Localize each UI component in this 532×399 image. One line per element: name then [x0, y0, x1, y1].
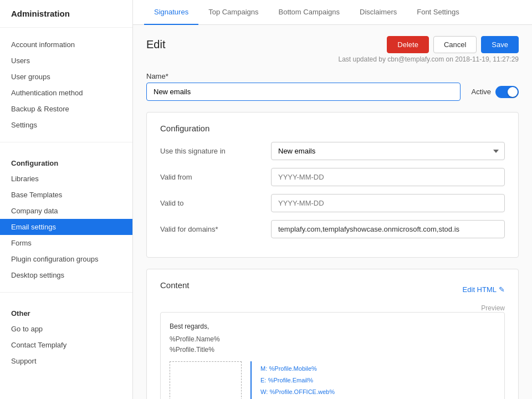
sig-web-row: W: %Profile.OFFICE.web%: [260, 387, 335, 397]
other-section-title: Other: [0, 306, 132, 321]
sig-mobile-value: %Profile.Mobile%: [269, 365, 317, 372]
sig-layout: M: %Profile.Mobile% E: %Profile.Email% W…: [170, 361, 495, 399]
last-updated-text: Last updated by cbn@templafy.com on 2018…: [146, 55, 519, 63]
pencil-icon: ✎: [499, 285, 505, 294]
sidebar-item-user-groups[interactable]: User groups: [0, 69, 132, 85]
sig-email-label: E:: [260, 377, 266, 383]
content-card-header: Content Edit HTML ✎: [160, 280, 505, 299]
valid-to-row: Valid to: [160, 194, 505, 212]
edit-actions: Delete Cancel Save: [387, 36, 519, 53]
sig-contact: M: %Profile.Mobile% E: %Profile.Email% W…: [260, 361, 335, 399]
active-toggle[interactable]: [495, 86, 519, 98]
sidebar-item-libraries[interactable]: Libraries: [0, 171, 132, 187]
preview-label: Preview: [160, 304, 505, 312]
valid-domains-label: Valid for domains*: [160, 225, 271, 233]
tab-disclaimers[interactable]: Disclaimers: [350, 0, 407, 25]
sidebar-header: Administration: [0, 0, 132, 28]
save-button[interactable]: Save: [481, 36, 519, 53]
valid-domains-row: Valid for domains*: [160, 220, 505, 238]
sidebar-item-authentication-method[interactable]: Authentication method: [0, 85, 132, 101]
sidebar-item-settings[interactable]: Settings: [0, 117, 132, 133]
sidebar-item-desktop-settings[interactable]: Desktop settings: [0, 267, 132, 283]
use-signature-value: New emails: [271, 142, 505, 160]
valid-from-label: Valid from: [160, 173, 271, 181]
admin-section: Account information Users User groups Au…: [0, 28, 132, 137]
sidebar-item-users[interactable]: Users: [0, 53, 132, 69]
name-input[interactable]: [146, 83, 461, 101]
delete-button[interactable]: Delete: [387, 36, 429, 53]
sidebar-item-company-data[interactable]: Company data: [0, 203, 132, 219]
use-signature-row: Use this signature in New emails: [160, 142, 505, 160]
sig-email-value: %Profile.Email%: [268, 377, 313, 383]
sig-email-row: E: %Profile.Email%: [260, 375, 335, 386]
sidebar-item-account-information[interactable]: Account information: [0, 37, 132, 53]
edit-html-button[interactable]: Edit HTML ✎: [463, 285, 505, 294]
sidebar-item-base-templates[interactable]: Base Templates: [0, 187, 132, 203]
tab-signatures[interactable]: Signatures: [144, 0, 198, 25]
content-area: Edit Delete Cancel Save Last updated by …: [133, 25, 532, 399]
config-section: Configuration Libraries Base Templates C…: [0, 147, 132, 288]
tab-top-campaigns[interactable]: Top Campaigns: [198, 0, 268, 25]
sig-web-value: %Profile.OFFICE.web%: [270, 388, 335, 395]
use-signature-select[interactable]: New emails: [271, 142, 505, 160]
valid-domains-value: [271, 220, 505, 238]
valid-from-value: [271, 168, 505, 186]
sig-divider: [250, 361, 252, 399]
edit-header: Edit Delete Cancel Save: [146, 36, 519, 53]
name-field-label: Name*: [146, 72, 519, 80]
sig-web-label: W:: [260, 388, 268, 395]
valid-to-label: Valid to: [160, 199, 271, 207]
sig-mobile-label: M:: [260, 365, 267, 372]
active-label: Active: [472, 88, 491, 96]
valid-to-value: [271, 194, 505, 212]
edit-html-label: Edit HTML: [463, 285, 497, 294]
sig-logo-placeholder: [170, 361, 242, 399]
name-input-wrapper: [146, 83, 461, 101]
use-signature-label: Use this signature in: [160, 147, 271, 155]
other-section: Other Go to app Contact Templafy Support: [0, 297, 132, 374]
sig-title: %Profile.Title%: [170, 345, 495, 355]
page-title: Edit: [146, 38, 165, 51]
name-field-row: Name* Active: [146, 72, 519, 101]
tab-bottom-campaigns[interactable]: Bottom Campaigns: [268, 0, 350, 25]
main-area: Signatures Top Campaigns Bottom Campaign…: [133, 0, 532, 399]
sidebar-item-backup-restore[interactable]: Backup & Restore: [0, 101, 132, 117]
sig-name: %Profile.Name%: [170, 334, 495, 345]
valid-from-input[interactable]: [271, 168, 505, 186]
sidebar: Administration Account information Users…: [0, 0, 133, 399]
tabs-bar: Signatures Top Campaigns Bottom Campaign…: [133, 0, 532, 25]
tab-font-settings[interactable]: Font Settings: [407, 0, 469, 25]
name-input-row: Active: [146, 83, 519, 101]
content-title: Content: [160, 280, 190, 290]
valid-from-row: Valid from: [160, 168, 505, 186]
sidebar-item-email-settings[interactable]: Email settings: [0, 219, 132, 235]
sig-greeting: Best regards,: [170, 321, 495, 332]
valid-domains-input[interactable]: [271, 220, 505, 238]
sidebar-item-plugin-config-groups[interactable]: Plugin configuration groups: [0, 251, 132, 267]
configuration-card: Configuration Use this signature in New …: [146, 112, 519, 258]
sidebar-item-contact-templafy[interactable]: Contact Templafy: [0, 337, 132, 353]
signature-preview: Best regards, %Profile.Name% %Profile.Ti…: [160, 312, 505, 399]
active-toggle-wrap: Active: [472, 86, 519, 98]
content-card: Content Edit HTML ✎ Preview Best regards…: [146, 269, 519, 399]
cancel-button[interactable]: Cancel: [433, 36, 477, 53]
valid-to-input[interactable]: [271, 194, 505, 212]
sig-mobile-row: M: %Profile.Mobile%: [260, 364, 335, 374]
sidebar-item-support[interactable]: Support: [0, 353, 132, 369]
configuration-title: Configuration: [160, 124, 505, 133]
config-section-title: Configuration: [0, 156, 132, 171]
sidebar-item-go-to-app[interactable]: Go to app: [0, 321, 132, 337]
sidebar-item-forms[interactable]: Forms: [0, 235, 132, 251]
